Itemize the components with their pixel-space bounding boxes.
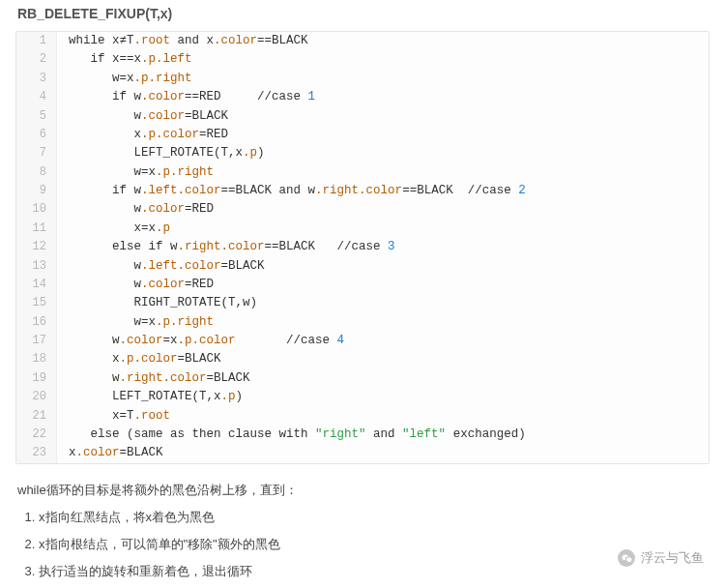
code-line: 5 w.color=BLACK bbox=[16, 107, 709, 126]
line-number: 20 bbox=[16, 388, 57, 406]
line-number: 1 bbox=[16, 32, 57, 50]
code-line: 20 LEFT_ROTATE(T,x.p) bbox=[16, 388, 709, 406]
code-line: 15 RIGHT_ROTATE(T,w) bbox=[16, 294, 709, 312]
code-content: x=x.p bbox=[57, 220, 182, 238]
code-line: 9 if w.left.color==BLACK and w.right.col… bbox=[16, 182, 709, 200]
line-number: 22 bbox=[16, 426, 57, 444]
steps-list: x指向红黑结点，将x着色为黑色x指向根结点，可以简单的"移除"额外的黑色执行适当… bbox=[15, 509, 710, 580]
code-line: 7 LEFT_ROTATE(T,x.p) bbox=[16, 144, 709, 162]
code-content: w.color=RED bbox=[57, 276, 225, 294]
line-number: 23 bbox=[16, 444, 57, 462]
code-content: w.right.color=BLACK bbox=[57, 369, 262, 388]
line-number: 4 bbox=[16, 88, 57, 106]
code-content: w=x.p.right bbox=[57, 313, 225, 332]
line-number: 2 bbox=[16, 50, 57, 69]
code-content: if x==x.p.left bbox=[57, 50, 204, 69]
code-content: x.color=BLACK bbox=[57, 444, 175, 462]
code-line: 6 x.p.color=RED bbox=[16, 126, 709, 144]
code-line: 2 if x==x.p.left bbox=[16, 50, 709, 69]
line-number: 10 bbox=[16, 200, 57, 219]
code-content: x=T.root bbox=[57, 407, 182, 426]
code-line: 3 w=x.p.right bbox=[16, 70, 709, 88]
code-line: 23x.color=BLACK bbox=[16, 444, 709, 462]
line-number: 8 bbox=[16, 163, 57, 182]
code-block: 1while x≠T.root and x.color==BLACK2 if x… bbox=[15, 31, 710, 464]
code-line: 19 w.right.color=BLACK bbox=[16, 369, 709, 388]
list-item: 执行适当的旋转和重新着色，退出循环 bbox=[39, 563, 710, 580]
line-number: 21 bbox=[16, 407, 57, 426]
line-number: 3 bbox=[16, 70, 57, 88]
code-line: 17 w.color=x.p.color //case 4 bbox=[16, 332, 709, 350]
code-line: 10 w.color=RED bbox=[16, 200, 709, 219]
line-number: 5 bbox=[16, 107, 57, 126]
line-number: 18 bbox=[16, 350, 57, 368]
line-number: 11 bbox=[16, 220, 57, 238]
code-line: 1while x≠T.root and x.color==BLACK bbox=[16, 32, 709, 50]
code-content: RIGHT_ROTATE(T,w) bbox=[57, 294, 269, 312]
code-line: 18 x.p.color=BLACK bbox=[16, 350, 709, 368]
list-item: x指向红黑结点，将x着色为黑色 bbox=[39, 509, 710, 526]
code-line: 16 w=x.p.right bbox=[16, 313, 709, 332]
code-content: x.p.color=RED bbox=[57, 126, 240, 144]
watermark-text: 浮云与飞鱼 bbox=[641, 549, 704, 567]
line-number: 6 bbox=[16, 126, 57, 144]
code-content: w.left.color=BLACK bbox=[57, 257, 276, 276]
line-number: 13 bbox=[16, 257, 57, 276]
code-content: else if w.right.color==BLACK //case 3 bbox=[57, 238, 407, 256]
code-line: 8 w=x.p.right bbox=[16, 163, 709, 182]
page-title: RB_DELETE_FIXUP(T,x) bbox=[17, 6, 710, 21]
explanation-paragraph: while循环的目标是将额外的黑色沿树上移，直到： bbox=[17, 482, 710, 499]
code-content: LEFT_ROTATE(T,x.p) bbox=[57, 144, 276, 162]
line-number: 15 bbox=[16, 294, 57, 312]
code-content: x.p.color=BLACK bbox=[57, 350, 233, 368]
list-item: x指向根结点，可以简单的"移除"额外的黑色 bbox=[39, 536, 710, 553]
line-number: 12 bbox=[16, 238, 57, 256]
code-line: 12 else if w.right.color==BLACK //case 3 bbox=[16, 238, 709, 256]
code-line: 13 w.left.color=BLACK bbox=[16, 257, 709, 276]
code-content: w.color=RED bbox=[57, 200, 225, 219]
code-content: LEFT_ROTATE(T,x.p) bbox=[57, 388, 254, 406]
line-number: 19 bbox=[16, 369, 57, 388]
code-line: 21 x=T.root bbox=[16, 407, 709, 426]
code-line: 4 if w.color==RED //case 1 bbox=[16, 88, 709, 106]
code-content: w=x.p.right bbox=[57, 70, 204, 88]
code-content: w=x.p.right bbox=[57, 163, 225, 182]
code-content: w.color=x.p.color //case 4 bbox=[57, 332, 356, 350]
code-content: while x≠T.root and x.color==BLACK bbox=[57, 32, 320, 50]
watermark: 浮云与飞鱼 bbox=[618, 549, 704, 567]
code-content: if w.color==RED //case 1 bbox=[57, 88, 327, 106]
code-line: 22 else (same as then clause with "right… bbox=[16, 426, 709, 444]
line-number: 7 bbox=[16, 144, 57, 162]
code-content: if w.left.color==BLACK and w.right.color… bbox=[57, 182, 537, 200]
line-number: 16 bbox=[16, 313, 57, 332]
code-line: 14 w.color=RED bbox=[16, 276, 709, 294]
line-number: 17 bbox=[16, 332, 57, 350]
wechat-icon bbox=[618, 549, 635, 567]
line-number: 9 bbox=[16, 182, 57, 200]
code-line: 11 x=x.p bbox=[16, 220, 709, 238]
code-content: else (same as then clause with "right" a… bbox=[57, 426, 537, 444]
code-content: w.color=BLACK bbox=[57, 107, 240, 126]
line-number: 14 bbox=[16, 276, 57, 294]
